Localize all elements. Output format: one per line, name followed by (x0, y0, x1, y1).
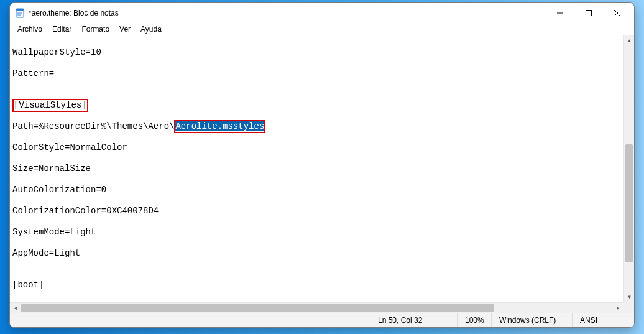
menu-archivo[interactable]: Archivo (12, 24, 47, 34)
menubar: Archivo Editar Formato Ver Ayuda (10, 23, 634, 35)
vertical-scroll-thumb[interactable] (625, 144, 633, 262)
svg-rect-1 (16, 9, 24, 11)
scroll-corner (623, 302, 634, 313)
scroll-left-arrow-icon[interactable]: ◄ (10, 303, 21, 313)
text-line: Pattern= (12, 68, 621, 79)
horizontal-scroll-thumb[interactable] (21, 304, 494, 312)
text-line: AppMode=Light (12, 248, 621, 259)
maximize-button[interactable] (574, 4, 603, 22)
status-zoom: 100% (457, 313, 491, 327)
window-controls (546, 4, 632, 22)
close-button[interactable] (603, 4, 632, 22)
titlebar[interactable]: *aero.theme: Bloc de notas (10, 3, 634, 23)
window-title: *aero.theme: Bloc de notas (29, 9, 546, 17)
selected-text: Aerolite.msstyles (175, 121, 264, 131)
text-line: AutoColorization=0 (12, 185, 621, 195)
text-line: [boot] (12, 280, 621, 290)
menu-ver[interactable]: Ver (114, 24, 136, 34)
scroll-up-arrow-icon[interactable]: ▲ (624, 35, 634, 46)
horizontal-scroll-track[interactable] (21, 303, 613, 313)
text-line: ColorizationColor=0XC40078D4 (12, 206, 621, 216)
vertical-scrollbar[interactable]: ▲ ▼ (623, 35, 634, 302)
text-editor[interactable]: WallpaperStyle=10 Pattern= [VisualStyles… (10, 35, 623, 302)
status-position: Ln 50, Col 32 (370, 313, 457, 327)
svg-rect-6 (586, 11, 592, 16)
text-line: SystemMode=Light (12, 227, 621, 238)
app-icon (15, 8, 25, 18)
annotation-box-selection: Aerolite.msstyles (174, 120, 265, 133)
vertical-scroll-track[interactable] (624, 46, 634, 292)
text-line: Size=NormalSize (12, 164, 621, 174)
text-line: ColorStyle=NormalColor (12, 142, 621, 153)
statusbar: Ln 50, Col 32 100% Windows (CRLF) ANSI (10, 313, 634, 327)
status-line-ending: Windows (CRLF) (491, 313, 572, 327)
annotation-box-section: [VisualStyles] (12, 99, 88, 112)
scroll-down-arrow-icon[interactable]: ▼ (624, 292, 634, 302)
menu-editar[interactable]: Editar (47, 24, 76, 34)
menu-ayuda[interactable]: Ayuda (136, 24, 167, 34)
text-line: [VisualStyles] (12, 100, 621, 111)
text-line: Path=%ResourceDir%\Themes\Aero\Aerolite.… (12, 121, 621, 132)
status-encoding: ANSI (572, 313, 634, 327)
minimize-button[interactable] (546, 4, 574, 22)
status-spacer (10, 313, 370, 327)
editor-area: WallpaperStyle=10 Pattern= [VisualStyles… (10, 35, 634, 313)
menu-formato[interactable]: Formato (76, 24, 114, 34)
notepad-window: *aero.theme: Bloc de notas Archivo Edita… (9, 2, 635, 328)
text-line: WallpaperStyle=10 (12, 47, 621, 58)
scroll-right-arrow-icon[interactable]: ► (613, 303, 623, 313)
horizontal-scrollbar[interactable]: ◄ ► (10, 302, 623, 313)
